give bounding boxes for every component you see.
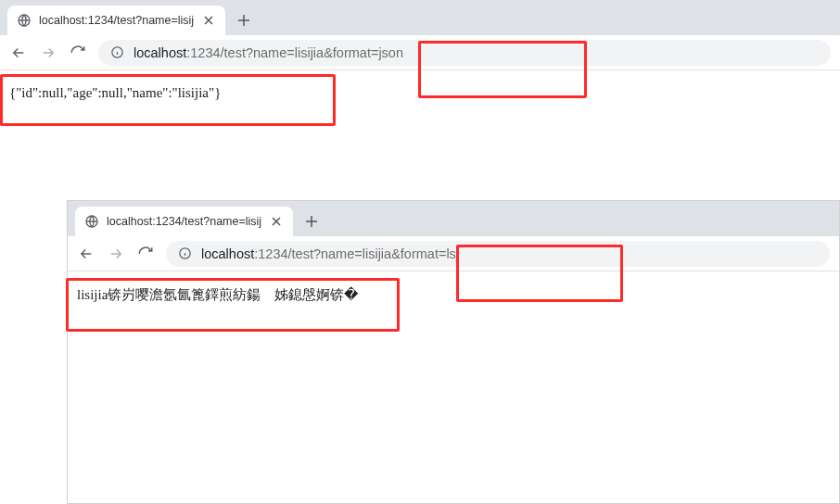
toolbar: localhost:1234/test?name=lisijia&format=… bbox=[68, 236, 839, 271]
browser-tab[interactable]: localhost:1234/test?name=lisij bbox=[7, 6, 225, 35]
address-bar[interactable]: localhost:1234/test?name=lisijia&format=… bbox=[98, 40, 831, 66]
tab-title: localhost:1234/test?name=lisij bbox=[107, 215, 261, 228]
reload-button[interactable] bbox=[136, 245, 155, 263]
browser-window-2: localhost:1234/test?name=lisij localhost… bbox=[67, 200, 840, 504]
tab-title: localhost:1234/test?name=lisij bbox=[39, 14, 194, 27]
page-content: lisijia锛岃嘤澹氬氤篦鐸煎紡鍚 姊鎴慇婀锛� bbox=[68, 271, 839, 319]
reload-button[interactable] bbox=[69, 44, 87, 62]
forward-button[interactable] bbox=[39, 44, 57, 62]
tab-strip: localhost:1234/test?name=lisij bbox=[0, 0, 840, 35]
address-bar[interactable]: localhost:1234/test?name=lisijia&format=… bbox=[166, 241, 830, 267]
new-tab-button[interactable] bbox=[231, 7, 257, 33]
close-icon[interactable] bbox=[201, 13, 216, 28]
site-info-icon[interactable] bbox=[177, 246, 192, 261]
url-text: localhost:1234/test?name=lisijia&format=… bbox=[201, 246, 459, 261]
response-body: lisijia锛岃嘤澹氬氤篦鐸煎紡鍚 姊鎴慇婀锛� bbox=[77, 287, 358, 302]
site-info-icon[interactable] bbox=[109, 45, 124, 60]
tab-strip: localhost:1234/test?name=lisij bbox=[68, 201, 839, 236]
forward-button[interactable] bbox=[107, 245, 125, 263]
response-body: {"id":null,"age":null,"name":"lisijia"} bbox=[9, 85, 221, 100]
toolbar: localhost:1234/test?name=lisijia&format=… bbox=[0, 35, 840, 70]
url-text: localhost:1234/test?name=lisijia&format=… bbox=[134, 45, 403, 60]
back-button[interactable] bbox=[9, 44, 28, 62]
globe-icon bbox=[17, 13, 32, 28]
browser-window-1: localhost:1234/test?name=lisij localhost… bbox=[0, 0, 840, 185]
globe-icon bbox=[84, 214, 99, 229]
page-content: {"id":null,"age":null,"name":"lisijia"} bbox=[0, 70, 840, 116]
close-icon[interactable] bbox=[269, 214, 284, 229]
new-tab-button[interactable] bbox=[299, 208, 325, 234]
back-button[interactable] bbox=[77, 245, 95, 263]
browser-tab[interactable]: localhost:1234/test?name=lisij bbox=[75, 207, 293, 236]
